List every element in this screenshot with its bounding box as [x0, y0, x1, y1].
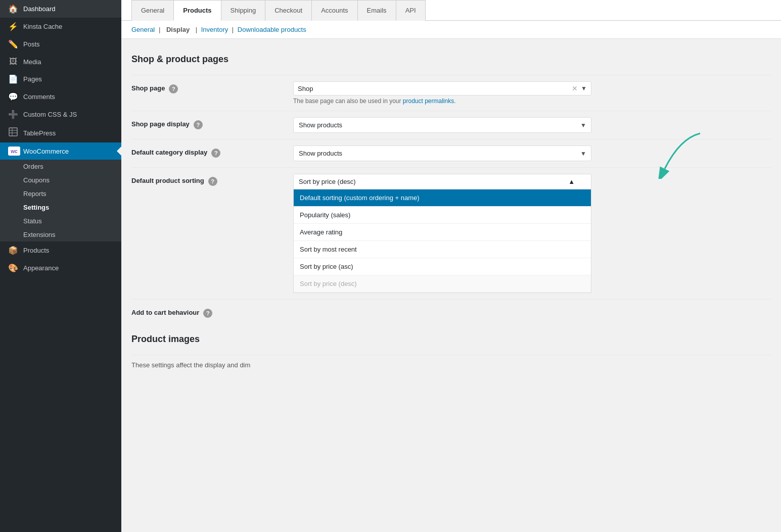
category-display-select-wrapper: Show products ▼ — [293, 146, 591, 161]
tab-emails[interactable]: Emails — [357, 0, 396, 21]
shop-page-help-icon[interactable]: ? — [169, 84, 178, 93]
sidebar-item-kinsta-cache[interactable]: ⚡ Kinsta Cache — [0, 18, 121, 35]
sidebar-item-custom-css-js[interactable]: ➕ Custom CSS & JS — [0, 106, 121, 123]
product-images-title: Product images — [131, 334, 771, 345]
sidebar-item-posts[interactable]: ✏️ Posts — [0, 35, 121, 53]
appearance-icon: 🎨 — [8, 263, 18, 273]
product-sorting-current-value: Sort by price (desc) — [299, 178, 356, 185]
sidebar-item-appearance[interactable]: 🎨 Appearance — [0, 259, 121, 277]
woocommerce-submenu: Orders Coupons Reports Settings Status E… — [0, 160, 121, 241]
product-sorting-control: Sort by price (desc) ▲ Default sorting (… — [293, 174, 771, 293]
product-sorting-trigger[interactable]: Sort by price (desc) ▲ — [293, 174, 591, 189]
product-sorting-dropdown-container: Sort by price (desc) ▲ Default sorting (… — [293, 174, 591, 293]
sidebar-item-label: Dashboard — [23, 5, 56, 13]
sidebar-item-label: Comments — [23, 93, 55, 101]
product-sorting-help-icon[interactable]: ? — [208, 177, 217, 186]
product-permalinks-link[interactable]: product permalinks — [403, 98, 454, 105]
setting-row-category-display: Default category display ? Show products… — [131, 139, 771, 167]
products-icon: 📦 — [8, 246, 18, 255]
sidebar-item-label: Custom CSS & JS — [23, 111, 77, 118]
sorting-option-price-asc[interactable]: Sort by price (asc) — [294, 258, 591, 275]
sidebar-item-label: Kinsta Cache — [23, 23, 62, 30]
product-sorting-label: Default product sorting — [131, 177, 204, 184]
pages-icon: 📄 — [8, 74, 18, 84]
category-display-control: Show products ▼ — [293, 146, 771, 161]
shop-page-select-wrapper: Shop ✕ ▼ — [293, 81, 591, 95]
sidebar-item-settings[interactable]: Settings — [0, 201, 121, 214]
shop-page-value: Shop — [298, 85, 572, 92]
sidebar-item-orders[interactable]: Orders — [0, 160, 121, 173]
subnav-display: Display — [166, 26, 190, 33]
subnav-inventory[interactable]: Inventory — [201, 26, 228, 33]
product-sorting-dropdown-list: Default sorting (custom ordering + name)… — [293, 189, 591, 293]
category-display-help-icon[interactable]: ? — [211, 149, 220, 158]
sidebar-item-label: Posts — [23, 40, 40, 48]
product-images-description: These settings affect the display and di… — [131, 361, 250, 369]
media-icon: 🖼 — [8, 57, 18, 66]
sorting-option-price-desc[interactable]: Sort by price (desc) — [294, 275, 591, 293]
tab-products[interactable]: Products — [173, 0, 220, 21]
add-to-cart-help-icon[interactable]: ? — [203, 309, 212, 318]
shop-page-select[interactable]: Shop ✕ ▼ — [293, 81, 591, 95]
dashboard-icon: 🏠 — [8, 4, 18, 14]
tab-api[interactable]: API — [396, 0, 426, 21]
svg-rect-0 — [9, 128, 17, 136]
sidebar-item-label: Appearance — [23, 264, 59, 272]
sorting-option-recent[interactable]: Sort by most recent — [294, 241, 591, 258]
kinsta-icon: ⚡ — [8, 22, 18, 31]
category-display-label: Default category display — [131, 149, 207, 156]
sorting-option-default[interactable]: Default sorting (custom ordering + name) — [294, 189, 591, 207]
sorting-option-popularity[interactable]: Popularity (sales) — [294, 207, 591, 224]
sidebar-item-label: WooCommerce — [23, 148, 69, 155]
shop-page-help-text: The base page can also be used in your p… — [293, 98, 771, 105]
woocommerce-icon: wc — [8, 147, 18, 156]
shop-display-select-wrapper: Show products ▼ — [293, 117, 591, 133]
setting-row-product-sorting: Default product sorting ? Sort b — [131, 167, 771, 299]
tab-bar: General Products Shipping Checkout Accou… — [121, 0, 781, 21]
shop-page-label: Shop page — [131, 84, 165, 92]
sidebar-item-status[interactable]: Status — [0, 214, 121, 228]
subnav-separator: | — [159, 26, 162, 33]
shop-page-display-help-icon[interactable]: ? — [194, 120, 203, 129]
sidebar-item-products[interactable]: 📦 Products — [0, 241, 121, 259]
add-to-cart-label: Add to cart behaviour — [131, 309, 199, 316]
subnav-separator3: | — [232, 26, 236, 33]
sorting-option-rating[interactable]: Average rating — [294, 224, 591, 241]
sidebar-item-label: Pages — [23, 75, 42, 83]
subnav-separator2: | — [196, 26, 199, 33]
category-display-select[interactable]: Show products — [293, 146, 591, 161]
shop-display-control: Show products ▼ — [293, 117, 771, 133]
sidebar-item-comments[interactable]: 💬 Comments — [0, 88, 121, 106]
tab-checkout[interactable]: Checkout — [265, 0, 311, 21]
setting-row-add-to-cart: Add to cart behaviour ? — [131, 299, 771, 324]
sub-nav: General | Display | Inventory | Download… — [121, 21, 781, 39]
subnav-general[interactable]: General — [131, 26, 155, 33]
sidebar-item-pages[interactable]: 📄 Pages — [0, 70, 121, 88]
sidebar-item-dashboard[interactable]: 🏠 Dashboard — [0, 0, 121, 18]
sidebar-item-label: TablePress — [23, 129, 56, 137]
sidebar-item-label: Products — [23, 247, 49, 254]
sidebar-item-extensions[interactable]: Extensions — [0, 228, 121, 241]
active-indicator — [117, 146, 121, 156]
tab-accounts[interactable]: Accounts — [311, 0, 357, 21]
setting-row-shop-page: Shop page ? Shop ✕ ▼ The base page can a… — [131, 75, 771, 111]
shop-page-clear-button[interactable]: ✕ — [572, 84, 578, 92]
posts-icon: ✏️ — [8, 39, 18, 49]
shop-page-display-label: Shop page display — [131, 120, 190, 128]
tablepress-icon — [8, 127, 18, 138]
main-content: General Products Shipping Checkout Accou… — [121, 0, 781, 532]
sidebar-item-reports[interactable]: Reports — [0, 187, 121, 201]
shop-page-control: Shop ✕ ▼ The base page can also be used … — [293, 81, 771, 105]
shop-page-display-select[interactable]: Show products — [293, 117, 591, 133]
sidebar-item-coupons[interactable]: Coupons — [0, 173, 121, 187]
subnav-downloadable[interactable]: Downloadable products — [238, 26, 306, 33]
product-images-section: Product images These settings affect the… — [131, 334, 771, 375]
sidebar-item-tablepress[interactable]: TablePress — [0, 123, 121, 142]
sidebar-item-media[interactable]: 🖼 Media — [0, 53, 121, 70]
tab-general[interactable]: General — [131, 0, 173, 21]
custom-css-icon: ➕ — [8, 110, 18, 119]
sidebar-item-woocommerce[interactable]: wc WooCommerce — [0, 142, 121, 160]
shop-page-dropdown-arrow[interactable]: ▼ — [581, 85, 587, 92]
settings-content: Shop & product pages Shop page ? Shop ✕ … — [121, 39, 781, 385]
tab-shipping[interactable]: Shipping — [221, 0, 265, 21]
